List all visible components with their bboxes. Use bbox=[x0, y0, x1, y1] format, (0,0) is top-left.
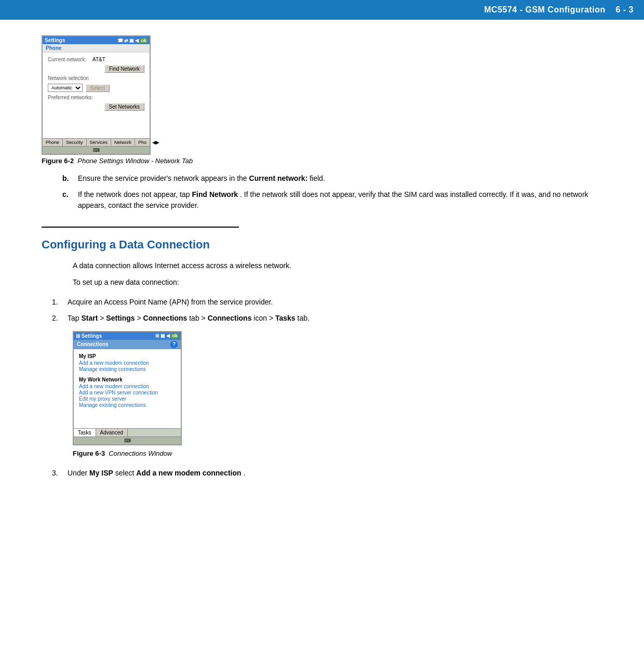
conn-subtitle: Connections bbox=[77, 341, 109, 347]
phone-keyboard-bar: ⌨ bbox=[43, 146, 150, 154]
current-network-value: AT&T bbox=[92, 57, 105, 62]
step1-text: Acquire an Access Point Name (APN) from … bbox=[68, 297, 273, 308]
section-divider bbox=[42, 227, 239, 228]
add-vpn-link[interactable]: Add a new VPN server connection bbox=[79, 390, 176, 395]
conn-topbar: ⊞ Settings ⊞ ▣ ◀ ok bbox=[74, 332, 181, 340]
section-heading: Configuring a Data Connection bbox=[42, 238, 613, 252]
phone-active-tab: Phone bbox=[43, 44, 150, 52]
edit-proxy-link[interactable]: Edit my proxy server bbox=[79, 396, 176, 402]
tab-phone[interactable]: Phone bbox=[43, 139, 63, 146]
instructions-b-c: b. Ensure the service provider's network… bbox=[62, 173, 613, 211]
figure2-label: Figure 6-2 bbox=[42, 157, 74, 165]
conn-topbar-icons: ⊞ ▣ ◀ ok bbox=[155, 333, 179, 338]
conn-subtitle-bar: Connections ? bbox=[74, 340, 181, 349]
network-selection-controls: Automatic Select bbox=[48, 84, 144, 92]
conn-topbar-subtitle: Settings bbox=[82, 333, 102, 339]
manage-existing-work-link[interactable]: Manage existing connections bbox=[79, 402, 176, 408]
main-content: Settings ☎ ⇄ ▣ ◀ ok Phone Current networ… bbox=[0, 20, 644, 507]
step3-num: 3. bbox=[52, 468, 62, 479]
instruction-c: c. If the network does not appear, tap F… bbox=[62, 189, 613, 211]
label-c: c. bbox=[62, 189, 73, 211]
phone-bottom-tabs: Phone Security Services Network Pho ◀▶ bbox=[43, 138, 150, 146]
figure2-caption: Figure 6-2 Phone Settings Window - Netwo… bbox=[42, 157, 613, 165]
step2-num: 2. bbox=[52, 313, 62, 324]
tab-network[interactable]: Network bbox=[111, 139, 135, 146]
conn-body-spacer bbox=[79, 408, 176, 424]
step1: 1. Acquire an Access Point Name (APN) fr… bbox=[52, 297, 613, 308]
conn-body: My ISP Add a new modem connection Manage… bbox=[74, 349, 181, 428]
instruction-c-text: If the network does not appear, tap Find… bbox=[78, 189, 613, 211]
phone-topbar: Settings ☎ ⇄ ▣ ◀ ok bbox=[43, 36, 150, 44]
phone-topbar-title: Settings bbox=[45, 37, 65, 43]
network-selection-row: Network selection bbox=[48, 75, 144, 81]
network-selection-dropdown[interactable]: Automatic bbox=[48, 84, 83, 92]
tab-tasks[interactable]: Tasks bbox=[74, 429, 96, 437]
step3-list: 3. Under My ISP select Add a new modem c… bbox=[52, 468, 613, 479]
conn-topbar-title: ⊞ bbox=[76, 333, 82, 339]
tab-pho[interactable]: Pho bbox=[135, 139, 150, 146]
set-networks-row: Set Networks bbox=[48, 103, 144, 111]
add-modem-isp-link[interactable]: Add a new modem connection bbox=[79, 360, 176, 366]
step2-text: Tap Start > Settings > Connections tab >… bbox=[68, 313, 310, 324]
figure3-label: Figure 6-3 bbox=[73, 450, 105, 457]
select-button[interactable]: Select bbox=[86, 84, 110, 92]
instruction-b-text: Ensure the service provider's network ap… bbox=[78, 173, 325, 184]
preferred-networks-label: Preferred networks: bbox=[48, 95, 93, 100]
find-network-row: Find Network bbox=[48, 65, 144, 73]
my-isp-title: My ISP bbox=[79, 353, 176, 359]
label-b: b. bbox=[62, 173, 73, 184]
conn-bottom-tabs: Tasks Advanced bbox=[74, 428, 181, 437]
conn-keyboard-bar: ⌨ bbox=[74, 437, 181, 444]
find-network-button[interactable]: Find Network bbox=[104, 65, 144, 73]
current-network-row: Current network: AT&T bbox=[48, 57, 144, 62]
tab-nav-arrows[interactable]: ◀▶ bbox=[150, 139, 162, 146]
connections-screenshot: ⊞ Settings ⊞ ▣ ◀ ok Connections ? My ISP… bbox=[73, 331, 182, 445]
my-work-network-title: My Work Network bbox=[79, 377, 176, 382]
instruction-b: b. Ensure the service provider's network… bbox=[62, 173, 613, 184]
figure3-caption: Figure 6-3 Connections Window bbox=[73, 450, 613, 457]
numbered-steps: 1. Acquire an Access Point Name (APN) fr… bbox=[52, 297, 613, 324]
conn-help-icon[interactable]: ? bbox=[170, 341, 178, 348]
phone-body: Current network: AT&T Find Network Netwo… bbox=[43, 52, 150, 138]
tab-advanced[interactable]: Advanced bbox=[96, 429, 128, 437]
current-network-label: Current network: bbox=[48, 57, 89, 62]
add-modem-work-link[interactable]: Add a new modem connection bbox=[79, 384, 176, 389]
tab-security[interactable]: Security bbox=[63, 139, 87, 146]
phone-body-spacer bbox=[48, 113, 144, 134]
step3-text: Under My ISP select Add a new modem conn… bbox=[68, 468, 245, 479]
section-para2: To set up a new data connection: bbox=[73, 276, 613, 288]
section-para1: A data connection allows Internet access… bbox=[73, 260, 613, 271]
phone-topbar-icons: ☎ ⇄ ▣ ◀ ok bbox=[117, 38, 147, 43]
step3: 3. Under My ISP select Add a new modem c… bbox=[52, 468, 613, 479]
phone-settings-screenshot: Settings ☎ ⇄ ▣ ◀ ok Phone Current networ… bbox=[42, 35, 151, 155]
step2: 2. Tap Start > Settings > Connections ta… bbox=[52, 313, 613, 324]
conn-spacer1 bbox=[79, 373, 176, 377]
step1-num: 1. bbox=[52, 297, 62, 308]
conn-topbar-left: ⊞ Settings bbox=[76, 333, 102, 339]
page-header: MC5574 - GSM Configuration 6 - 3 bbox=[0, 0, 644, 20]
network-selection-label: Network selection bbox=[48, 75, 89, 81]
preferred-networks-row: Preferred networks: bbox=[48, 95, 144, 100]
manage-existing-isp-link[interactable]: Manage existing connections bbox=[79, 366, 176, 372]
set-networks-button[interactable]: Set Networks bbox=[104, 103, 144, 111]
page-title: MC5574 - GSM Configuration 6 - 3 bbox=[484, 5, 634, 15]
tab-services[interactable]: Services bbox=[87, 139, 112, 146]
